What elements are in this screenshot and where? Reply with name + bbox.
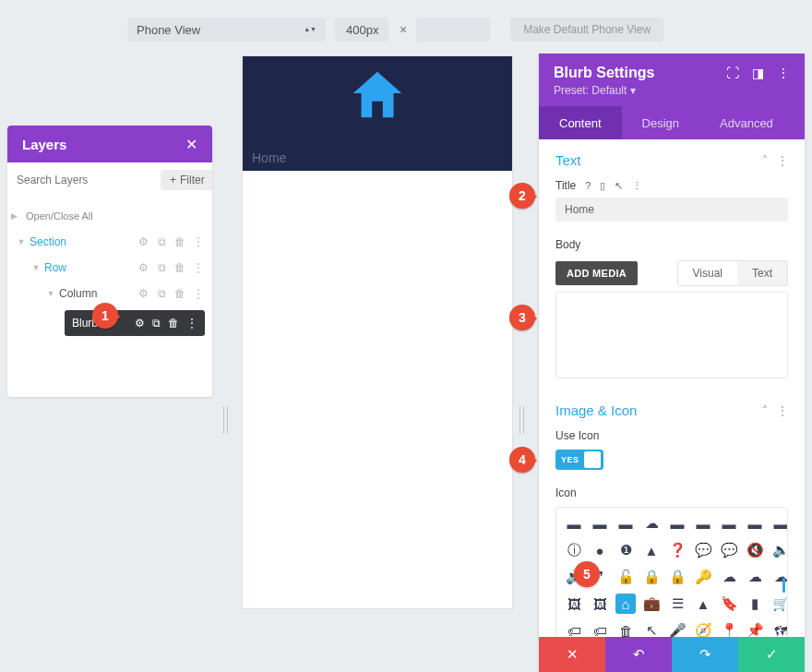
layers-icon[interactable]: ☰ [669,595,686,612]
resize-handle-right[interactable] [519,406,529,434]
chevron-up-icon[interactable]: ˄ [762,404,768,417]
preset-selector[interactable]: Preset: Default ▾ [554,84,790,97]
tab-content[interactable]: Content [539,106,622,139]
info-icon[interactable]: ⓘ [566,542,582,558]
make-default-button[interactable]: Make Default Phone View [510,18,663,42]
image-icon[interactable]: 🖼 [566,595,582,612]
more-icon[interactable]: ⋮ [192,235,205,248]
user-icon[interactable]: ▲ [695,595,711,612]
help-icon[interactable]: ? [585,180,591,192]
comment-icon[interactable]: 💬 [695,542,711,558]
trash-icon[interactable]: 🗑 [173,235,186,248]
more-icon[interactable]: ⋮ [192,261,205,274]
volume-icon[interactable]: 🔈 [772,542,788,558]
more-icon[interactable]: ⋮ [632,180,642,192]
confirm-button[interactable]: ✓ [738,637,805,672]
more-icon[interactable]: ⋮ [192,287,205,300]
trash-icon[interactable]: 🗑 [168,317,179,330]
close-icon[interactable]: ✕ [185,136,197,153]
copy-icon[interactable]: ⧉ [155,235,168,248]
tags-icon[interactable]: 🏷 [591,622,608,637]
lock-icon[interactable]: 🔒 [669,569,686,585]
images-icon[interactable]: 🖼 [591,595,608,612]
trash-icon[interactable]: 🗑 [173,287,186,300]
text-tab[interactable]: Text [737,261,787,285]
redo-button[interactable]: ↷ [672,637,738,672]
height-input[interactable] [416,18,490,42]
icon-scrollbar[interactable] [782,578,785,593]
lock-icon[interactable]: 🔒 [643,569,660,585]
copy-icon[interactable]: ⧉ [152,317,161,330]
cloud-icon[interactable]: ☁ [643,515,660,532]
cart-icon[interactable]: 🛒 [772,595,788,612]
filter-button[interactable]: + Filter [161,170,212,190]
view-mode-select[interactable]: Phone View ▲▼ [127,18,326,42]
tree-column[interactable]: ▼ Column ⚙ ⧉ 🗑 ⋮ [7,281,212,306]
minus-icon[interactable]: ▬ [617,515,634,532]
title-input[interactable] [555,198,788,222]
pin-icon[interactable]: 📍 [721,622,737,637]
home-icon[interactable]: ⌂ [615,594,636,614]
map-icon[interactable]: 🗺 [772,622,788,637]
mic-icon[interactable]: 🎤 [669,622,686,637]
more-icon[interactable]: ⋮ [186,317,197,330]
bookmark-icon[interactable]: 🔖 [721,595,737,612]
minus-icon[interactable]: ▬ [746,515,763,532]
undo-button[interactable]: ↶ [605,637,672,672]
copy-icon[interactable]: ⧉ [155,287,168,300]
more-icon[interactable]: ⋮ [777,154,788,167]
minus-icon[interactable]: ▬ [721,515,737,532]
visual-tab[interactable]: Visual [678,261,737,285]
minus-icon[interactable]: ▬ [669,515,686,532]
minus-icon[interactable]: ▬ [566,515,582,532]
tag-icon[interactable]: 🏷 [566,622,582,637]
briefcase-icon[interactable]: 💼 [643,595,660,612]
info-circle-icon[interactable]: ● [591,542,608,558]
question-icon[interactable]: ❓ [669,542,686,558]
use-icon-toggle[interactable]: YES [555,450,603,470]
cursor-icon[interactable]: ↖ [643,622,660,637]
minus-icon[interactable]: ▬ [772,515,788,532]
tree-section[interactable]: ▼ Section ⚙ ⧉ 🗑 ⋮ [7,229,212,255]
resize-handle-left[interactable] [223,406,233,434]
book-icon[interactable]: ▮ [746,595,763,612]
tab-design[interactable]: Design [622,106,699,139]
expand-icon[interactable]: ⛶ [726,66,739,80]
warning-icon[interactable]: ▲ [643,542,660,558]
minus-icon[interactable]: ▬ [591,515,608,532]
cloud-icon[interactable]: ☁ [721,569,737,585]
cloud-down-icon[interactable]: ☁ [772,569,788,585]
gear-icon[interactable]: ⚙ [137,261,149,274]
gear-icon[interactable]: ⚙ [135,317,145,330]
cloud-up-icon[interactable]: ☁ [746,569,763,585]
pushpin-icon[interactable]: 📌 [746,622,763,637]
tab-advanced[interactable]: Advanced [699,106,794,139]
volume-off-icon[interactable]: 🔇 [746,542,763,558]
compass-icon[interactable]: 🧭 [695,622,711,637]
exclamation-icon[interactable]: ❶ [617,542,634,558]
copy-icon[interactable]: ⧉ [155,261,168,274]
chevron-up-icon[interactable]: ˄ [762,154,768,167]
more-icon[interactable]: ⋮ [777,404,788,417]
trash-icon[interactable]: 🗑 [173,261,186,274]
panel-icon[interactable]: ◨ [752,66,764,80]
comments-icon[interactable]: 💬 [721,542,737,558]
gear-icon[interactable]: ⚙ [137,287,149,300]
tree-row[interactable]: ▼ Row ⚙ ⧉ 🗑 ⋮ [7,255,212,281]
more-icon[interactable]: ⋮ [777,66,790,80]
lock-open-icon[interactable]: 🔓 [617,569,634,585]
body-editor[interactable] [555,292,788,378]
open-close-all[interactable]: ▶ Open/Close All [7,203,212,229]
add-media-button[interactable]: ADD MEDIA [555,261,638,285]
cancel-button[interactable]: ✕ [539,637,605,672]
trash-icon[interactable]: 🗑 [617,622,634,637]
tree-blurb[interactable]: Blurb ⚙ ⧉ 🗑 ⋮ [65,310,205,336]
search-input[interactable] [17,170,155,190]
phone-icon[interactable]: ▯ [600,180,605,192]
image-icon-section-header[interactable]: Image & Icon ˄⋮ [539,390,805,424]
key-icon[interactable]: 🔑 [695,569,711,585]
gear-icon[interactable]: ⚙ [137,235,149,248]
text-section-header[interactable]: Text ˄⋮ [539,139,805,174]
hover-icon[interactable]: ↖ [615,180,623,192]
minus-icon[interactable]: ▬ [695,515,711,532]
